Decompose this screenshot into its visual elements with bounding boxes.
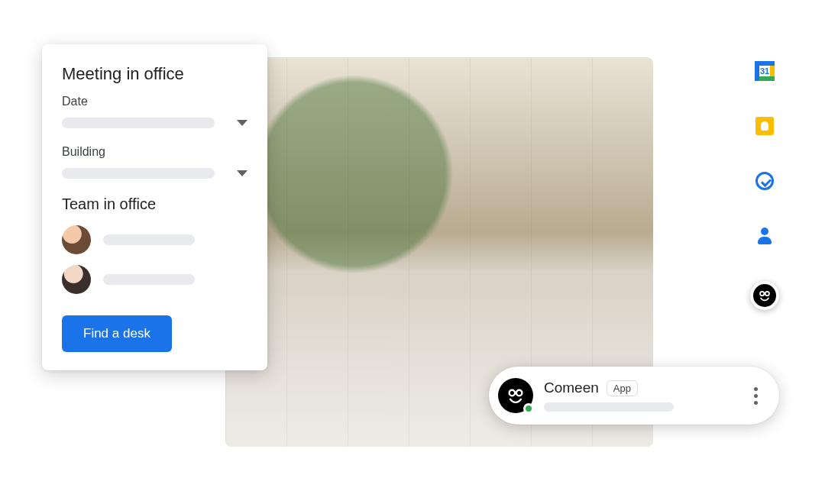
keep-icon[interactable]	[755, 116, 775, 136]
svg-point-2	[510, 390, 515, 396]
comeen-app-chip[interactable]: Comeen App	[489, 367, 779, 425]
date-select[interactable]	[62, 118, 247, 128]
tasks-icon[interactable]	[755, 171, 775, 191]
chip-content: Comeen App	[544, 380, 739, 412]
find-desk-button[interactable]: Find a desk	[62, 315, 172, 352]
chevron-down-icon	[237, 170, 247, 176]
avatar	[62, 225, 91, 254]
svg-point-3	[516, 390, 522, 396]
building-label: Building	[62, 145, 247, 159]
app-badge: App	[607, 380, 638, 396]
date-value-placeholder	[62, 118, 215, 128]
side-panel-rail: 31	[750, 61, 779, 310]
meeting-card: Meeting in office Date Building Team in …	[42, 44, 267, 370]
card-title: Meeting in office	[62, 64, 247, 84]
contacts-icon[interactable]	[755, 226, 775, 246]
team-heading: Team in office	[62, 195, 247, 213]
team-member-row	[62, 265, 247, 294]
team-name-placeholder	[103, 234, 195, 245]
building-select[interactable]	[62, 168, 247, 179]
calendar-icon[interactable]: 31	[755, 61, 775, 81]
comeen-app-icon[interactable]	[750, 281, 779, 310]
presence-indicator	[523, 403, 534, 414]
chip-title: Comeen	[544, 380, 599, 396]
more-options-icon[interactable]	[749, 383, 762, 409]
svg-point-0	[760, 292, 764, 296]
date-label: Date	[62, 95, 247, 108]
avatar	[62, 265, 91, 294]
building-value-placeholder	[62, 168, 215, 179]
svg-point-1	[765, 292, 769, 296]
chip-subtitle-placeholder	[544, 402, 674, 412]
comeen-avatar	[498, 378, 533, 413]
team-name-placeholder	[103, 274, 195, 285]
chevron-down-icon	[237, 120, 247, 126]
team-member-row	[62, 225, 247, 254]
